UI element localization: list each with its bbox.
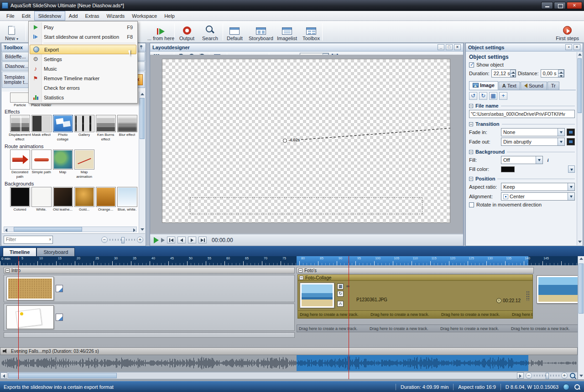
tab-image[interactable]: Image	[469, 81, 498, 90]
route-simple-path[interactable]: Simple path	[31, 150, 52, 180]
drag-grip-icon[interactable]	[526, 291, 530, 301]
zoom-in-button[interactable]: +	[137, 237, 143, 243]
menu-extras[interactable]: Extras	[81, 11, 103, 21]
show-object-row[interactable]: Show object	[469, 62, 576, 67]
canvas[interactable]: 4.02s	[162, 59, 450, 223]
chevron-down-icon[interactable]	[558, 129, 564, 136]
new-track-strip[interactable]: Drag here to create a new track. Drag he…	[297, 325, 578, 332]
search-button[interactable]: Search	[200, 22, 220, 42]
menu-help[interactable]: Help	[161, 11, 178, 21]
timeline-ruler[interactable]: 0 min 5101520253035404550556065707580859…	[0, 256, 578, 265]
group-fotos-header[interactable]: Foto's	[297, 267, 534, 273]
collapse-icon[interactable]	[299, 276, 303, 280]
selection-rectangle[interactable]	[190, 197, 422, 214]
foto-collage-body[interactable]: ▦ ↻ A ∞ P1230361.JPG 00:22.12	[297, 281, 533, 311]
fill-select[interactable]: Off	[501, 156, 543, 164]
spinner-arrows[interactable]	[510, 70, 516, 77]
workspace-toolbox-button[interactable]: Toolbox	[300, 22, 322, 42]
magnifier-icon[interactable]	[569, 372, 576, 379]
step-forward-button[interactable]	[188, 237, 196, 243]
timeline-object-partial[interactable]	[4, 332, 295, 338]
spinner-arrows[interactable]	[558, 70, 564, 77]
panel-maximize-button[interactable]: □	[446, 44, 453, 50]
scrollbar-thumb[interactable]	[14, 227, 82, 232]
collage-text-icon[interactable]: A	[337, 301, 344, 307]
background-gold[interactable]: Gold...	[73, 187, 95, 212]
menu-item-music[interactable]: ♪ Music	[30, 64, 136, 73]
toolbox-vertical-scrollbar[interactable]	[139, 92, 145, 233]
position-icon[interactable]: +	[499, 92, 507, 100]
go-to-start-button[interactable]	[167, 237, 175, 243]
first-steps-button[interactable]: First steps	[553, 22, 581, 42]
timeline-object-card[interactable]	[4, 304, 295, 331]
scroll-right-button[interactable]	[517, 372, 524, 379]
background-colored[interactable]: Colored	[9, 187, 31, 212]
group-intro-header[interactable]: Intro	[4, 267, 295, 273]
minimize-button[interactable]	[541, 2, 553, 9]
timeline-horizontal-scrollbar[interactable]: − +	[0, 372, 578, 379]
collage-rotate-icon[interactable]: ↻	[337, 291, 344, 297]
object-settings-scrollbar[interactable]	[577, 52, 582, 245]
collage-link-icon[interactable]: ∞	[346, 284, 349, 289]
scrollbar-thumb[interactable]	[579, 263, 584, 314]
background-white[interactable]: White.	[31, 187, 52, 212]
panel-close-button[interactable]: ×	[454, 44, 461, 50]
alignment-select[interactable]: Center	[501, 192, 575, 201]
tab-timeline[interactable]: Timeline	[3, 248, 36, 256]
playhead-marker[interactable]	[349, 256, 349, 379]
scrollbar-thumb[interactable]	[578, 58, 582, 113]
menu-add[interactable]: Add	[65, 11, 82, 21]
fade-out-select[interactable]: Dim abruptly	[501, 138, 565, 146]
tab-text[interactable]: AText	[499, 82, 520, 90]
tab-transition[interactable]: Tr	[548, 82, 559, 90]
menu-workspace[interactable]: Workspace	[128, 11, 161, 21]
scrollbar-thumb[interactable]	[140, 98, 145, 139]
collapse-icon[interactable]	[5, 268, 10, 273]
chevron-down-icon[interactable]	[568, 183, 574, 191]
menu-item-play[interactable]: Play F9	[30, 22, 136, 32]
background-blue-white[interactable]: Blue, white.	[116, 187, 138, 212]
chevron-down-icon[interactable]	[558, 138, 564, 145]
foto-collage-header[interactable]: Foto-Collage	[297, 274, 533, 281]
section-file-name[interactable]: File name	[469, 103, 575, 108]
collapse-icon[interactable]	[469, 104, 473, 108]
output-button[interactable]: Output	[177, 22, 197, 42]
workspace-default-button[interactable]: Default	[224, 22, 245, 42]
background-old-leather[interactable]: Old leathe...	[52, 187, 73, 212]
panel-pin-button[interactable]: ▪	[565, 44, 572, 50]
workspace-storyboard-button[interactable]: Storyboard	[246, 22, 276, 42]
transition-icon[interactable]	[56, 285, 63, 292]
collage-grid-icon[interactable]: ▦	[337, 284, 344, 289]
panel-minimize-button[interactable]: _	[438, 44, 444, 50]
timeline-object-beach2[interactable]	[537, 275, 578, 304]
rotate-ccw-icon[interactable]: ↺	[469, 92, 477, 100]
fill-color-swatch[interactable]	[501, 166, 515, 172]
menu-item-statistics[interactable]: Statistics	[30, 93, 136, 102]
close-button[interactable]	[567, 2, 582, 9]
timeline-object-sand[interactable]	[4, 275, 295, 302]
filter-input[interactable]	[4, 236, 53, 244]
effect-blur[interactable]: Blur effect	[116, 115, 138, 143]
collage-thumbnail[interactable]	[300, 283, 334, 308]
background-orange[interactable]: Orange...	[95, 187, 116, 212]
menu-edit[interactable]: Edit	[18, 11, 34, 21]
collage-new-track-strip[interactable]: Drag here to create a new track. Drag he…	[297, 311, 533, 319]
effect-ken-burns[interactable]: Ken Burns effect	[95, 115, 116, 143]
rotate-direction-checkbox[interactable]	[469, 202, 474, 207]
rotate-in-direction-row[interactable]: Rotate in movement direction	[469, 202, 576, 207]
menu-wizards[interactable]: Wizards	[103, 11, 129, 21]
duration-input[interactable]: 22,12 s	[491, 69, 516, 77]
pin-icon[interactable]	[139, 45, 143, 49]
collapse-icon[interactable]	[469, 177, 473, 181]
zoom-slider[interactable]	[534, 375, 559, 377]
tab-sound[interactable]: Sound	[521, 82, 547, 90]
collapse-icon[interactable]	[298, 268, 302, 273]
collapse-icon[interactable]	[469, 122, 473, 126]
play-button[interactable]	[154, 237, 159, 243]
status-zoom-icon[interactable]	[574, 384, 580, 390]
go-to-end-button[interactable]	[198, 237, 207, 243]
section-transition[interactable]: Transition	[469, 121, 575, 127]
step-back-button[interactable]	[177, 237, 186, 243]
menu-item-settings[interactable]: ⚙ Settings	[30, 54, 136, 64]
audio-track-header[interactable]: Evening Falls...mp3 (Duration: 03:46/226…	[0, 347, 578, 355]
